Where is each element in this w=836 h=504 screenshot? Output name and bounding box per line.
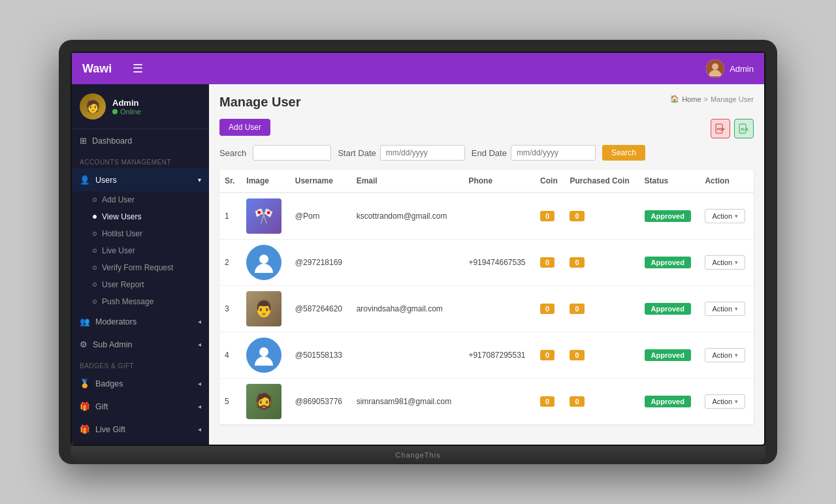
submenu-live-user[interactable]: Live User: [85, 242, 209, 259]
svg-point-1: [712, 63, 718, 70]
cell-coin: 0: [535, 193, 564, 240]
user-avatar-anime: 🎌: [246, 198, 281, 234]
section-label-accounts: ACCOUNTS MANAGEMENT: [72, 152, 209, 168]
users-chevron: ▾: [198, 176, 201, 183]
cell-status: Approved: [639, 286, 700, 332]
moderators-icon: 👥: [80, 317, 90, 326]
user-avatar-photo: 👨: [246, 291, 281, 326]
search-label: Search: [219, 148, 246, 158]
cell-email: simransam981@gmail.com: [351, 379, 464, 425]
user-report-dot: [93, 283, 97, 287]
users-label: Users: [95, 176, 117, 185]
breadcrumb-current: Manage User: [711, 95, 754, 103]
cell-status: Approved: [639, 240, 700, 286]
top-navigation: Wawi ☰ Admin: [72, 53, 764, 84]
action-chevron-icon: ▾: [735, 398, 738, 405]
main-content: Manage User 🏠 Home > Manage User Add Use…: [209, 84, 764, 445]
table-row: 4 @501558133 +917087295531 0 0 Approved …: [219, 332, 754, 379]
sidebar-item-dashboard[interactable]: ⊞ Dashboard: [72, 129, 209, 152]
cell-username: @Porn: [290, 193, 351, 240]
sidebar-item-coins[interactable]: 🪙 Coins ◂: [72, 441, 209, 445]
gift-icon: 🎁: [80, 402, 90, 411]
cell-purchased-coin: 0: [564, 193, 639, 240]
user-icon: 👤: [80, 175, 90, 185]
col-phone: Phone: [463, 170, 535, 193]
push-message-dot: [93, 300, 97, 304]
action-button[interactable]: Action ▾: [705, 348, 745, 362]
cell-action[interactable]: Action ▾: [699, 240, 754, 286]
cell-image: 👨: [241, 286, 289, 332]
add-user-dot: [93, 198, 97, 202]
submenu-hotlist-user[interactable]: Hotlist User: [85, 225, 209, 242]
cell-coin: 0: [535, 332, 564, 379]
svg-text:XLS: XLS: [741, 127, 748, 131]
cell-coin: 0: [535, 240, 564, 286]
export-toolbar: PDF XLS: [711, 119, 754, 138]
export-excel-button[interactable]: XLS: [734, 119, 754, 138]
verify-form-dot: [93, 266, 97, 270]
start-date-input[interactable]: [380, 145, 465, 161]
action-chevron-icon: ▾: [735, 306, 738, 312]
cell-email: [351, 332, 464, 379]
submenu-user-report[interactable]: User Report: [85, 276, 209, 293]
action-button[interactable]: Action ▾: [705, 302, 745, 316]
table-row: 3 👨 @587264620 arovindsaha@gmail.com 0 0…: [219, 286, 754, 332]
col-action: Action: [699, 170, 754, 193]
action-button[interactable]: Action ▾: [705, 255, 745, 270]
cell-sr: 1: [219, 193, 241, 240]
user-avatar-placeholder: [246, 245, 281, 280]
cell-purchased-coin: 0: [564, 286, 639, 332]
sidebar-item-subadmin[interactable]: ⚙ Sub Admin ◂: [72, 333, 209, 356]
start-date-label: Start Date: [338, 148, 376, 158]
export-pdf-button[interactable]: PDF: [711, 119, 730, 138]
admin-avatar: [706, 59, 724, 78]
cell-status: Approved: [639, 379, 700, 425]
table-header-row: Sr. Image Username Email Phone Coin Purc…: [219, 170, 754, 193]
col-username: Username: [290, 170, 351, 193]
cell-sr: 2: [219, 240, 241, 286]
col-email: Email: [351, 170, 464, 193]
end-date-input[interactable]: [511, 145, 596, 161]
profile-avatar: 🧑: [80, 93, 106, 119]
sidebar-item-badges[interactable]: 🏅 Badges ◂: [72, 372, 209, 395]
subadmin-icon: ⚙: [80, 339, 88, 349]
app-logo: Wawi: [82, 62, 112, 76]
table-row: 5 🧔 @869053776 simransam981@gmail.com 0 …: [219, 379, 754, 425]
sidebar-item-gift[interactable]: 🎁 Gift ◂: [72, 395, 209, 418]
svg-point-6: [259, 255, 268, 264]
hamburger-icon[interactable]: ☰: [133, 61, 143, 76]
view-users-dot: [93, 215, 97, 219]
add-user-button[interactable]: Add User: [219, 119, 270, 136]
submenu-push-message[interactable]: Push Message: [85, 293, 209, 310]
cell-image: 🎌: [241, 193, 289, 240]
cell-image: [241, 332, 289, 379]
search-button[interactable]: Search: [602, 145, 645, 161]
badges-chevron: ◂: [198, 380, 201, 387]
col-coin: Coin: [535, 170, 564, 193]
cell-action[interactable]: Action ▾: [699, 286, 754, 332]
cell-status: Approved: [639, 332, 700, 379]
cell-username: @501558133: [290, 332, 351, 379]
section-label-badges: BADGES & GIFT: [72, 356, 209, 372]
action-button[interactable]: Action ▾: [705, 209, 745, 223]
cell-purchased-coin: 0: [564, 379, 639, 425]
sidebar-item-live-gift[interactable]: 🎁 Live Gift ◂: [72, 418, 209, 441]
sidebar-item-users[interactable]: 👤 Users ▾: [72, 168, 209, 191]
search-bar: Search Start Date End Date Search: [219, 145, 754, 161]
sidebar-item-moderators[interactable]: 👥 Moderators ◂: [72, 310, 209, 333]
cell-action[interactable]: Action ▾: [699, 332, 754, 379]
svg-text:PDF: PDF: [717, 127, 725, 131]
cell-email: arovindsaha@gmail.com: [351, 286, 464, 332]
end-date-label: End Date: [472, 148, 507, 158]
laptop-brand: ChangeThis: [395, 451, 440, 459]
page-header: Manage User 🏠 Home > Manage User: [219, 95, 754, 110]
profile-name: Admin: [112, 98, 141, 108]
cell-phone: [463, 286, 535, 332]
submenu-verify-form[interactable]: Verify Form Request: [85, 259, 209, 276]
search-input[interactable]: [253, 145, 331, 161]
action-button[interactable]: Action ▾: [705, 394, 745, 409]
cell-action[interactable]: Action ▾: [699, 193, 754, 240]
cell-action[interactable]: Action ▾: [699, 379, 754, 425]
submenu-add-user[interactable]: Add User: [85, 191, 209, 208]
submenu-view-users[interactable]: View Users: [85, 208, 209, 225]
